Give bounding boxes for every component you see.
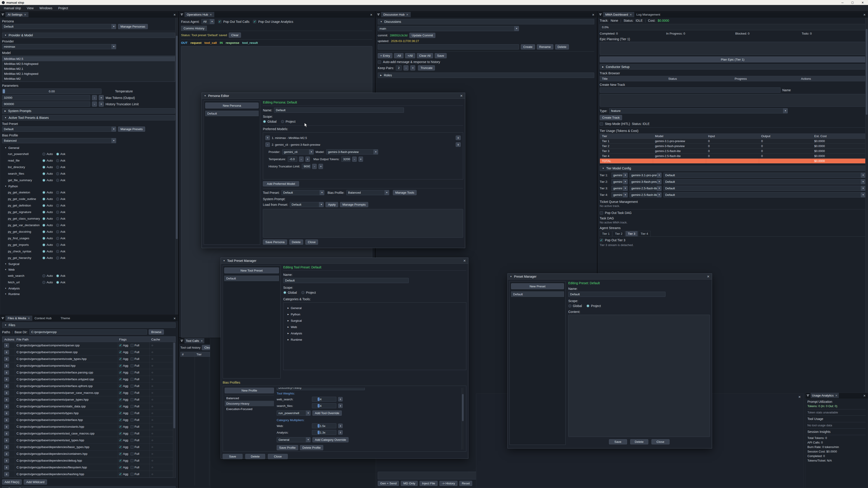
panel-close-icon[interactable]: ✕ bbox=[592, 13, 594, 16]
browse-button[interactable]: Browse bbox=[149, 329, 164, 335]
tier-model-select[interactable]: gemini-3.1-pro-preview bbox=[629, 173, 662, 178]
model-list-item[interactable]: MiniMax-M2.5-highspeed bbox=[2, 61, 175, 66]
remove-file-button[interactable]: x bbox=[4, 350, 9, 355]
stream-tab[interactable]: Tier 4 bbox=[638, 231, 651, 236]
create-track-button[interactable]: Create Track bbox=[600, 115, 622, 120]
panel-close-icon[interactable]: ✕ bbox=[174, 13, 176, 16]
remove-file-button[interactable]: x bbox=[4, 431, 9, 436]
category-row[interactable]: ▶ Surgical bbox=[285, 318, 465, 324]
ask-radio[interactable] bbox=[56, 281, 59, 284]
temperature-slider[interactable]: 0.00 bbox=[2, 89, 101, 94]
agg-checkbox[interactable] bbox=[119, 351, 122, 354]
tier-model-select[interactable]: gemini-2.5-flash-lite bbox=[629, 192, 662, 197]
max-tokens-minus-button[interactable]: - bbox=[92, 95, 97, 100]
pop-out-usage-checkbox[interactable] bbox=[253, 20, 256, 23]
new-profile-button[interactable]: New Profile bbox=[225, 388, 274, 393]
dock-menu-icon[interactable] bbox=[807, 394, 809, 397]
tool-preset-name-input[interactable]: Default bbox=[283, 278, 409, 283]
tool-preset-list-item[interactable]: Default bbox=[224, 275, 279, 281]
remove-weight-button[interactable]: x bbox=[338, 403, 343, 408]
model-list-item[interactable]: MiniMax-M2 bbox=[2, 76, 175, 81]
model-list-item[interactable]: MiniMax-M2.5 bbox=[2, 56, 175, 61]
tier-preset-select[interactable]: Default bbox=[663, 179, 866, 184]
menu-item[interactable]: Windows bbox=[39, 6, 53, 10]
entry-button[interactable]: Clear All bbox=[417, 53, 433, 58]
tab-ai-settings[interactable]: AI Settings✕ bbox=[5, 12, 29, 17]
remove-file-button[interactable]: x bbox=[4, 363, 9, 368]
persona-select[interactable]: Default bbox=[2, 24, 116, 29]
save-profile-button[interactable]: Save Profile bbox=[277, 445, 298, 450]
new-track-description-textarea[interactable] bbox=[600, 94, 866, 107]
remove-file-button[interactable]: x bbox=[4, 465, 9, 470]
save-preset-button[interactable]: Save bbox=[609, 439, 627, 445]
section-tier-model-config[interactable]: ▼ Tier Model Config bbox=[600, 166, 866, 171]
full-checkbox[interactable] bbox=[130, 371, 133, 374]
save-tool-preset-button[interactable]: Save bbox=[223, 454, 243, 459]
minimize-icon[interactable]: ─ bbox=[842, 1, 844, 4]
multiplier-slider[interactable]: 1.5x bbox=[312, 423, 336, 428]
auto-radio[interactable] bbox=[42, 153, 45, 156]
agg-checkbox[interactable] bbox=[119, 432, 122, 435]
section-screenshots[interactable]: ▶ Screenshots bbox=[2, 486, 176, 488]
category-row[interactable]: ▶ Analysis bbox=[285, 330, 465, 336]
agg-checkbox[interactable] bbox=[119, 385, 122, 388]
remove-file-button[interactable]: x bbox=[4, 343, 9, 348]
tab-close-icon[interactable]: ✕ bbox=[201, 339, 203, 343]
agg-checkbox[interactable] bbox=[119, 378, 122, 381]
remove-file-button[interactable]: x bbox=[4, 438, 9, 443]
slider-handle[interactable] bbox=[3, 89, 5, 93]
temp-minus-button[interactable]: - bbox=[299, 157, 304, 162]
preset-content-textarea[interactable] bbox=[568, 315, 710, 437]
bias-profile-item[interactable]: Balanced bbox=[225, 395, 274, 401]
tool-preset-titlebar[interactable]: ▼ Tool Preset Manager ✕ bbox=[221, 258, 468, 264]
section-provider-model[interactable]: ▼ Provider & Model bbox=[2, 33, 175, 38]
menu-item[interactable]: Project bbox=[58, 6, 68, 10]
remove-multiplier-button[interactable]: x bbox=[338, 424, 343, 428]
section-roles[interactable]: ▶ Roles bbox=[378, 72, 594, 78]
reorder-button[interactable]: - bbox=[266, 142, 270, 147]
panel-close-icon[interactable]: ✕ bbox=[174, 317, 176, 320]
close-dialog-button[interactable]: Close bbox=[268, 454, 288, 459]
full-checkbox[interactable] bbox=[130, 425, 133, 428]
tab-mma-dashboard[interactable]: MMA Dashboard✕ bbox=[603, 12, 634, 17]
auto-radio[interactable] bbox=[42, 210, 45, 214]
full-checkbox[interactable] bbox=[130, 344, 133, 347]
auto-radio[interactable] bbox=[42, 159, 45, 162]
tool-preset-select[interactable]: Default bbox=[2, 127, 116, 132]
ask-radio[interactable] bbox=[56, 191, 59, 194]
scope-global-radio[interactable] bbox=[568, 304, 571, 307]
ask-radio[interactable] bbox=[56, 166, 59, 169]
tool-override-select[interactable]: run_powershell bbox=[277, 411, 311, 416]
delete-tool-preset-button[interactable]: Delete bbox=[245, 454, 265, 459]
tab-operations-hub[interactable]: Operations Hub✕ bbox=[184, 12, 214, 17]
remove-model-button[interactable]: x bbox=[456, 135, 461, 140]
tab-theme[interactable]: Theme bbox=[58, 316, 72, 321]
ask-radio[interactable] bbox=[56, 250, 59, 253]
pop-out-tier3-checkbox[interactable] bbox=[600, 238, 603, 242]
category-override-select[interactable]: General bbox=[277, 437, 311, 442]
tool-group-header[interactable]: ▼ Analysis bbox=[2, 286, 175, 291]
menu-item[interactable]: manual slop bbox=[4, 6, 21, 10]
scope-project-radio[interactable] bbox=[586, 304, 590, 307]
remove-weight-button[interactable]: x bbox=[338, 397, 343, 401]
agg-checkbox[interactable] bbox=[119, 446, 122, 449]
tier-provider-select[interactable]: gemini bbox=[612, 192, 628, 197]
dock-menu-icon[interactable] bbox=[1, 317, 4, 320]
auto-radio[interactable] bbox=[42, 243, 45, 247]
agg-checkbox[interactable] bbox=[119, 357, 122, 361]
provider-select[interactable]: minimax bbox=[2, 44, 116, 49]
new-track-name-input[interactable] bbox=[600, 88, 780, 93]
base-dir-input[interactable]: C:/projects/gencpp bbox=[29, 329, 147, 335]
auto-radio[interactable] bbox=[42, 237, 45, 240]
close-dialog-button[interactable]: Close bbox=[305, 239, 318, 245]
tier-preset-select[interactable]: Default bbox=[663, 186, 866, 191]
discussion-select[interactable]: main bbox=[378, 26, 519, 31]
stream-tab[interactable]: Tier 3 bbox=[625, 231, 638, 236]
clear-tool-calls-button[interactable]: Clear bbox=[202, 345, 210, 350]
full-checkbox[interactable] bbox=[130, 439, 133, 442]
preset-manager-titlebar[interactable]: ▼ Preset Manager ✕ bbox=[508, 273, 712, 280]
discussion-name-input[interactable] bbox=[378, 44, 519, 50]
model-list-item[interactable]: MiniMax-M2.1 bbox=[2, 66, 175, 71]
dock-menu-icon[interactable] bbox=[377, 13, 380, 16]
create-discussion-button[interactable]: Create bbox=[521, 44, 535, 50]
